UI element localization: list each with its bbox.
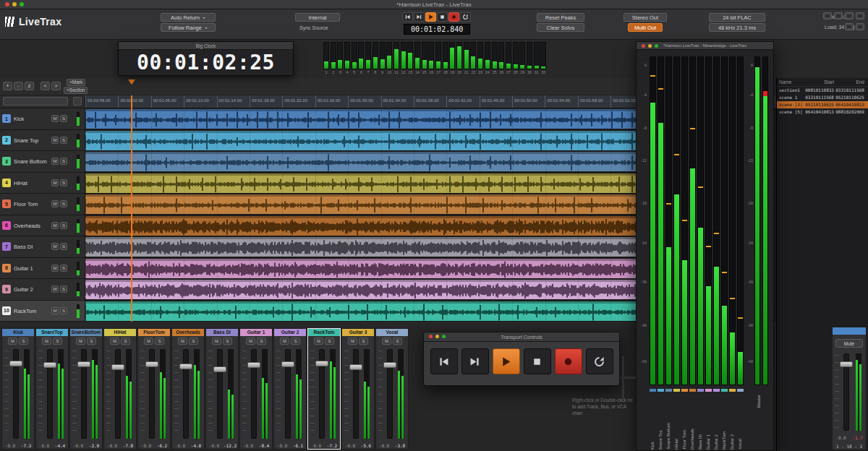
audio-clip[interactable] (85, 152, 644, 171)
audio-clip[interactable] (85, 301, 644, 321)
track-solo-button[interactable]: S (60, 179, 67, 186)
mixer-strip[interactable]: SnareBottom M S -0.0 (69, 328, 103, 450)
play-button[interactable] (425, 12, 436, 22)
track-number-badge[interactable]: 8 (2, 264, 11, 272)
go-to-end-button[interactable] (461, 348, 489, 374)
mixer-strip[interactable]: HiHat M S -0.0 (103, 328, 137, 450)
track-number-badge[interactable]: 7 (2, 242, 11, 251)
track-number-badge[interactable]: 2 (2, 136, 11, 145)
timecode-ruler[interactable]: 00:00:58.0000:01:02.0000:01:06.0000:01:1… (85, 95, 644, 108)
meterbridge-window[interactable]: *Harrison LiveTrax - Meterbridge - LiveT… (636, 41, 774, 451)
mixer-window-icon[interactable] (834, 12, 843, 20)
window-titlebar[interactable]: *Harrison LiveTrax - LiveTrax (0, 0, 868, 9)
big-clock-titlebar[interactable]: Big Clock (119, 42, 293, 50)
playhead-line[interactable] (131, 95, 132, 322)
track-name[interactable]: RackTom (14, 308, 36, 314)
track-solo-button[interactable]: S (60, 158, 67, 165)
track-header[interactable]: 8 Guitar 1 M S (0, 258, 85, 279)
fader-handle[interactable] (281, 361, 294, 367)
mixer-strip[interactable]: Guitar 1 M S -0.0 (239, 328, 273, 450)
audio-clip[interactable] (85, 216, 644, 236)
prev-marker-button[interactable]: < (41, 82, 50, 90)
mixer-strip-label[interactable]: RackTom (308, 329, 340, 336)
track-name[interactable]: Snare Bottom (14, 158, 47, 165)
track-name[interactable]: Guitar 2 (14, 286, 33, 293)
multi-out-button[interactable]: Multi Out (628, 23, 663, 32)
mixer-solo-button[interactable]: S (393, 338, 402, 345)
sample-rate-button[interactable]: 48 kHz 21.3 ms (709, 23, 765, 32)
auto-return-dropdown[interactable]: Auto Return (161, 13, 216, 22)
fader-track[interactable] (353, 349, 359, 439)
mixer-mute-button[interactable]: M (212, 338, 221, 345)
record-button[interactable] (555, 348, 582, 374)
mixer-solo-button[interactable]: S (189, 338, 198, 345)
mixer-mute-button[interactable]: M (382, 338, 391, 345)
mixer-strip[interactable]: Guitar 3 M S -0.0 (341, 328, 375, 450)
track-number-badge[interactable]: 10 (2, 306, 11, 315)
loop-button[interactable] (460, 12, 471, 22)
minimize-window-icon[interactable] (12, 2, 17, 7)
track-name[interactable]: Kick (14, 116, 24, 122)
fader-track[interactable] (183, 349, 189, 439)
track-solo-button[interactable]: S (60, 137, 67, 144)
minimize-window-icon[interactable] (435, 335, 439, 338)
zoom-out-button[interactable]: - (14, 82, 23, 90)
mixer-solo-button[interactable]: S (155, 338, 164, 345)
editor-window-icon[interactable] (823, 12, 832, 20)
track-name[interactable]: Bass DI (14, 244, 33, 250)
mixer-mute-button[interactable]: M (178, 338, 187, 345)
zoom-window-icon[interactable] (442, 335, 446, 338)
track-number-badge[interactable]: 1 (2, 114, 11, 123)
stop-button[interactable] (524, 348, 551, 374)
big-clock-window[interactable]: Big Clock 00:01:02:25 (118, 41, 294, 76)
audio-clip[interactable] (85, 109, 644, 129)
track-solo-button[interactable]: S (60, 243, 67, 250)
follow-range-dropdown[interactable]: Follow Range (161, 23, 216, 32)
track-mute-button[interactable]: M (51, 222, 59, 229)
track-solo-button[interactable]: S (60, 222, 67, 229)
fader-handle[interactable] (145, 361, 158, 367)
track-mute-button[interactable]: M (51, 179, 59, 186)
zoom-fit-button[interactable]: z (25, 82, 34, 90)
column-start[interactable]: Start (802, 78, 834, 86)
master-fader-handle[interactable] (840, 361, 853, 367)
fader-handle[interactable] (383, 362, 396, 368)
mixer-strip-label[interactable]: SnareTop (36, 329, 68, 336)
close-window-icon[interactable] (429, 335, 433, 338)
meterbridge-titlebar[interactable]: *Harrison LiveTrax - Meterbridge - LiveT… (637, 42, 773, 50)
track-mute-button[interactable]: M (51, 115, 59, 122)
transport-controls-window[interactable]: Transport Controls (423, 332, 620, 386)
mixer-mute-button[interactable]: M (246, 338, 255, 345)
mixer-strip-label[interactable]: FloorTom (138, 329, 170, 336)
ruler-options-button[interactable] (73, 97, 82, 106)
section-row[interactable]: scene [3] 05210110625 06410410813 (777, 101, 868, 108)
mixer-mute-button[interactable]: M (280, 338, 289, 345)
mixer-solo-button[interactable]: S (359, 338, 368, 345)
track-solo-button[interactable]: S (60, 200, 67, 207)
track-mute-button[interactable]: M (51, 137, 59, 144)
track-header[interactable]: 4 HiHat M S (0, 173, 85, 194)
track-solo-button[interactable]: S (60, 307, 67, 314)
close-window-icon[interactable] (5, 2, 9, 7)
track-mute-button[interactable]: M (51, 285, 59, 293)
fader-handle[interactable] (247, 362, 260, 368)
zoom-window-icon[interactable] (655, 44, 658, 48)
transport-titlebar[interactable]: Transport Controls (424, 332, 619, 342)
audio-clip[interactable] (85, 131, 644, 150)
stereo-out-button[interactable]: Stereo Out (624, 13, 667, 22)
track-filter-dropdown[interactable] (3, 97, 68, 106)
lock-icon[interactable] (845, 23, 854, 30)
section-row[interactable]: section1 00810110833 03310111568 (777, 87, 868, 94)
mixer-strip[interactable]: SnareTop M S -0.0 (35, 328, 69, 450)
panic-icon[interactable] (856, 23, 864, 30)
mixer-strip[interactable]: Vocal M S -0.0 (375, 328, 409, 450)
fader-handle[interactable] (315, 361, 328, 366)
mixer-strip[interactable]: Guitar 2 M S -0.0 (273, 328, 307, 450)
audio-clip[interactable] (85, 259, 644, 278)
column-name[interactable]: Name (777, 78, 802, 86)
track-solo-button[interactable]: S (60, 115, 67, 122)
minimize-window-icon[interactable] (648, 44, 652, 48)
transport-clock[interactable]: 00:01:02.840 (404, 24, 470, 35)
master-strip-label[interactable] (833, 327, 866, 335)
track-name[interactable]: HiHat (14, 180, 27, 186)
